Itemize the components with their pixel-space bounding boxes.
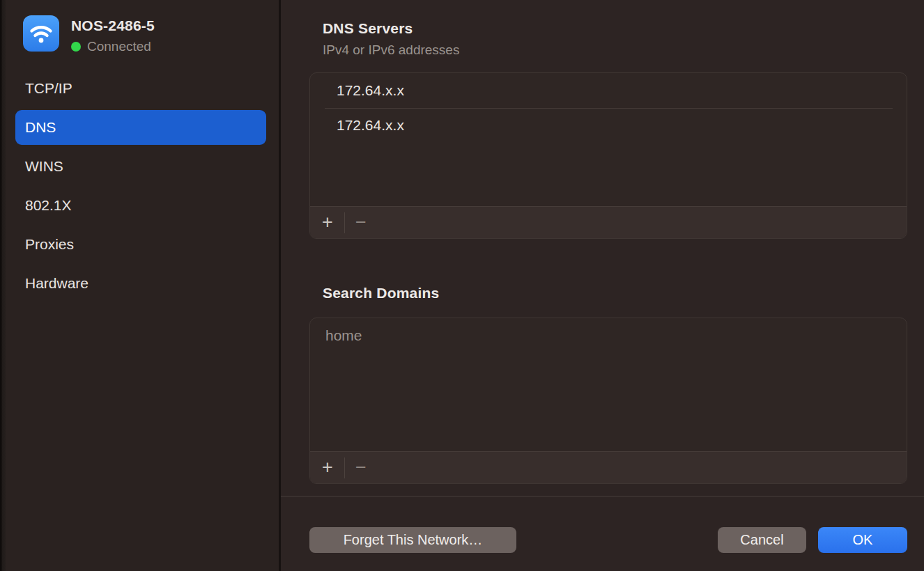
dns-server-row[interactable]: 172.64.x.x (310, 73, 907, 108)
wifi-icon (23, 15, 59, 52)
network-details-window: NOS-2486-5 Connected TCP/IP DNS WINS (0, 0, 924, 571)
toolbar-divider (344, 457, 345, 478)
sidebar-nav-item[interactable]: 802.1X (15, 188, 266, 223)
search-domains-toolbar: + − (310, 451, 907, 483)
dns-servers-listbox: 172.64.x.x 172.64.x.x + − (309, 72, 907, 239)
network-header: NOS-2486-5 Connected (23, 15, 155, 54)
dns-remove-button[interactable]: − (352, 213, 370, 232)
search-domain-add-button[interactable]: + (318, 458, 337, 477)
cancel-button[interactable]: Cancel (718, 527, 806, 553)
sidebar-nav-item-label: WINS (25, 158, 63, 175)
main-panel: DNS Servers IPv4 or IPv6 addresses 172.6… (281, 0, 924, 571)
footer-divider (281, 496, 924, 496)
network-name: NOS-2486-5 (71, 17, 155, 34)
search-domains-listbox: home + − (309, 318, 907, 484)
ok-button[interactable]: OK (818, 527, 907, 553)
sidebar-nav: TCP/IP DNS WINS 802.1X Proxies (15, 71, 266, 301)
sidebar-nav-item[interactable]: WINS (15, 149, 266, 184)
search-domain-value: home (325, 327, 362, 344)
dns-server-row[interactable]: 172.64.x.x (310, 108, 907, 143)
sidebar: NOS-2486-5 Connected TCP/IP DNS WINS (0, 0, 279, 571)
sidebar-nav-item-label: TCP/IP (25, 80, 72, 97)
window-left-edge (0, 0, 6, 571)
search-domain-rows: home (310, 318, 907, 353)
connected-status-label: Connected (87, 39, 151, 54)
search-domain-remove-button[interactable]: − (352, 458, 370, 477)
sidebar-nav-item[interactable]: Hardware (15, 266, 266, 301)
search-domain-row[interactable]: home (310, 318, 907, 353)
network-meta: NOS-2486-5 Connected (71, 15, 155, 54)
sidebar-nav-item[interactable]: DNS (15, 110, 266, 145)
toolbar-divider (344, 212, 345, 233)
sidebar-nav-item-label: Hardware (25, 275, 88, 292)
dns-servers-title: DNS Servers (323, 20, 413, 37)
dns-servers-toolbar: + − (310, 206, 907, 238)
dns-server-address: 172.64.x.x (337, 117, 404, 134)
connected-status-dot (71, 42, 81, 52)
sidebar-nav-item[interactable]: TCP/IP (15, 71, 266, 106)
search-domains-title: Search Domains (323, 285, 439, 302)
sidebar-nav-item-label: 802.1X (25, 197, 72, 214)
dns-add-button[interactable]: + (318, 213, 337, 232)
sidebar-nav-item[interactable]: Proxies (15, 227, 266, 262)
network-status: Connected (71, 39, 155, 54)
sidebar-nav-item-label: Proxies (25, 236, 74, 253)
dns-server-rows: 172.64.x.x 172.64.x.x (310, 73, 907, 143)
dns-server-address: 172.64.x.x (337, 82, 404, 99)
dns-servers-subtitle: IPv4 or IPv6 addresses (323, 42, 459, 58)
sidebar-nav-item-label: DNS (25, 119, 56, 136)
forget-network-button[interactable]: Forget This Network… (309, 527, 516, 553)
